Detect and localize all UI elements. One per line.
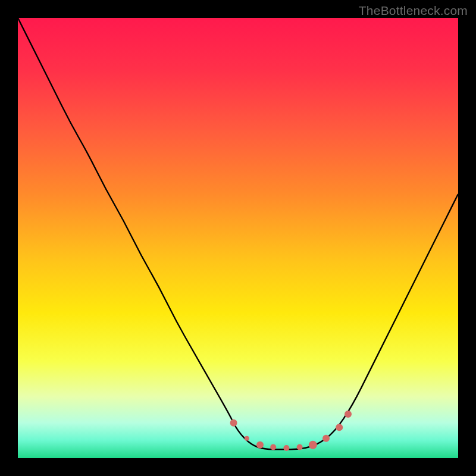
- marker-dot: [256, 441, 264, 449]
- marker-dot: [322, 435, 330, 442]
- marker-dot: [245, 436, 249, 441]
- marker-dot: [270, 444, 276, 450]
- marker-dot: [309, 441, 317, 449]
- bottleneck-chart: [18, 18, 458, 458]
- marker-dot: [283, 445, 289, 451]
- marker-dot: [345, 411, 352, 418]
- marker-dot: [336, 424, 343, 431]
- marker-dot: [230, 419, 237, 427]
- marker-dot: [297, 444, 303, 450]
- watermark-text: TheBottleneck.com: [359, 4, 468, 18]
- chart-background: [18, 18, 458, 458]
